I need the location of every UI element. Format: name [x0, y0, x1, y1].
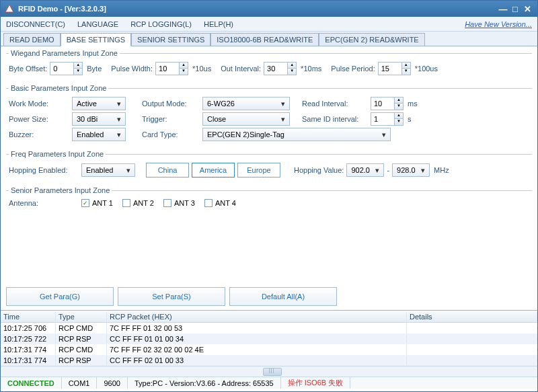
workmode-combo[interactable]: Active▾ [72, 97, 126, 110]
outinterval-spinner[interactable]: ▲▼ [264, 62, 297, 75]
ant4-checkbox[interactable]: ANT 4 [204, 199, 236, 207]
log-table: Time Type RCP Packet (HEX) Details 10:17… [1, 310, 537, 377]
readinterval-input[interactable] [371, 97, 395, 110]
table-row[interactable]: 10:17:25 722 RCP RSP CC FF FF 01 01 00 3… [1, 334, 537, 344]
readinterval-label: Read Interval: [302, 100, 368, 108]
hopvalue-label: Hopping Value: [294, 166, 344, 174]
tab-read-demo[interactable]: READ DEMO [3, 33, 61, 46]
menu-disconnect[interactable]: DISCONNECT(C) [6, 20, 65, 28]
col-time[interactable]: Time [1, 312, 56, 321]
trigger-label: Trigger: [142, 115, 200, 123]
pulsewidth-spinner[interactable]: ▲▼ [155, 62, 188, 75]
pulseperiod-label: Pulse Period: [331, 65, 375, 73]
chevron-down-icon: ▾ [114, 100, 124, 108]
status-baud: 9600 [97, 377, 127, 389]
tab-senior-settings[interactable]: SENIOR SETTINGS [131, 33, 210, 46]
byteoffset-input[interactable] [50, 62, 74, 75]
scroll-thumb[interactable] [263, 368, 282, 376]
freq-unit: MHz [434, 166, 449, 174]
log-header: Time Type RCP Packet (HEX) Details [1, 311, 537, 323]
col-type[interactable]: Type [56, 312, 107, 321]
region-america-button[interactable]: America [192, 163, 235, 178]
maximize-button[interactable]: □ [509, 4, 521, 14]
cardtype-combo[interactable]: EPC(GEN 2)Single-Tag▾ [202, 128, 391, 141]
tab-iso18000[interactable]: ISO18000-6B READ&WRITE [210, 33, 319, 46]
hopping-label: Hopping Enabled: [9, 166, 79, 174]
freq-zone: Freq Parameters Input Zone Hopping Enabl… [6, 150, 532, 184]
check-icon: ✓ [81, 199, 89, 207]
tab-base-settings[interactable]: BASE SETTINGS [61, 33, 131, 46]
content-pane: Wiegand Parameters Input Zone Byte Offse… [1, 49, 537, 310]
menu-language[interactable]: LANGUAGE [77, 20, 118, 28]
status-firmware: Type:PC - Version:V3.66 - Address: 65535 [128, 377, 281, 389]
hopping-combo[interactable]: Enabled▾ [81, 163, 135, 177]
get-para-button[interactable]: Get Para(G) [6, 287, 114, 306]
region-china-button[interactable]: China [146, 163, 189, 178]
buzzer-label: Buzzer: [9, 130, 69, 139]
antenna-label: Antenna: [9, 199, 79, 207]
window-title: RFID Demo - [Ver:3.2.0.3] [18, 5, 497, 13]
spin-down-icon[interactable]: ▼ [74, 69, 82, 75]
spin-up-icon[interactable]: ▲ [74, 63, 82, 69]
sameid-spinner[interactable]: ▲▼ [371, 112, 404, 126]
sameid-label: Same ID interval: [302, 115, 368, 123]
byteoffset-spinner[interactable]: ▲▼ [50, 62, 83, 75]
freq-legend: Freq Parameters Input Zone [9, 150, 106, 158]
table-row[interactable]: 10:17:31 774 RCP RSP CC FF FF 02 01 00 3… [1, 355, 537, 366]
senior-zone: Senior Parameters Input Zone Antenna: ✓A… [6, 186, 532, 213]
readinterval-spinner[interactable]: ▲▼ [371, 97, 404, 110]
table-row[interactable]: 10:17:31 774 RCP CMD 7C FF FF 02 32 02 0… [1, 344, 537, 355]
ant2-checkbox[interactable]: ANT 2 [122, 199, 154, 207]
pulsewidth-input[interactable] [155, 62, 180, 75]
region-europe-button[interactable]: Europe [237, 163, 280, 178]
basic-legend: Basic Parameters Input Zone [9, 84, 108, 92]
wiegand-zone: Wiegand Parameters Input Zone Byte Offse… [6, 49, 532, 81]
sameid-input[interactable] [371, 112, 395, 126]
outputmode-label: Output Mode: [142, 100, 200, 108]
col-details[interactable]: Details [407, 312, 537, 321]
ant3-checkbox[interactable]: ANT 3 [163, 199, 195, 207]
trigger-combo[interactable]: Close▾ [202, 112, 290, 126]
set-para-button[interactable]: Set Para(S) [118, 287, 225, 306]
status-error: 操作 ISO6B 失败 [281, 377, 351, 389]
pulseperiod-spinner[interactable]: ▲▼ [378, 62, 411, 75]
app-icon [5, 4, 14, 13]
buzzer-combo[interactable]: Enabled▾ [72, 128, 126, 141]
wiegand-legend: Wiegand Parameters Input Zone [9, 49, 120, 57]
hopfrom-combo[interactable]: 902.0▾ [346, 163, 384, 177]
byteoffset-label: Byte Offset: [9, 65, 47, 73]
byte-label: Byte [87, 65, 102, 73]
ant1-checkbox[interactable]: ✓ANT 1 [81, 199, 113, 207]
titlebar: RFID Demo - [Ver:3.2.0.3] — □ ✕ [1, 1, 537, 17]
status-com: COM1 [62, 377, 98, 389]
powersize-combo[interactable]: 30 dBi▾ [72, 112, 126, 126]
col-hex[interactable]: RCP Packet (HEX) [107, 312, 407, 321]
workmode-label: Work Mode: [9, 100, 69, 108]
outinterval-input[interactable] [264, 62, 288, 75]
basic-zone: Basic Parameters Input Zone Work Mode: A… [6, 84, 532, 147]
status-bar: CONNECTED COM1 9600 Type:PC - Version:V3… [1, 377, 537, 389]
menu-rcplogging[interactable]: RCP LOGGING(L) [130, 20, 192, 28]
hscrollbar[interactable] [1, 366, 537, 377]
new-version-link[interactable]: Have New Version... [465, 20, 532, 28]
hopto-combo[interactable]: 928.0▾ [392, 163, 430, 177]
senior-legend: Senior Parameters Input Zone [9, 186, 112, 194]
readinterval-unit: ms [408, 100, 418, 108]
status-connected: CONNECTED [1, 377, 62, 389]
sameid-unit: s [408, 115, 412, 123]
default-all-button[interactable]: Default All(A) [229, 287, 337, 306]
pulseperiod-unit: *100us [415, 65, 438, 73]
pulseperiod-input[interactable] [378, 62, 402, 75]
menu-help[interactable]: HELP(H) [204, 20, 233, 28]
svg-marker-0 [5, 5, 13, 12]
table-row[interactable]: 10:17:25 706 RCP CMD 7C FF FF 01 32 00 5… [1, 323, 537, 334]
outinterval-unit: *10ms [301, 65, 321, 73]
tab-epc-gen2[interactable]: EPC(GEN 2) READ&WRITE [319, 33, 424, 46]
cardtype-label: Card Type: [142, 130, 200, 139]
tab-bar: READ DEMO BASE SETTINGS SENIOR SETTINGS … [1, 32, 537, 46]
close-button[interactable]: ✕ [521, 4, 533, 14]
outputmode-combo[interactable]: 6-WG26▾ [202, 97, 290, 110]
powersize-label: Power Size: [9, 115, 69, 123]
menubar: DISCONNECT(C) LANGUAGE RCP LOGGING(L) HE… [1, 17, 537, 32]
minimize-button[interactable]: — [497, 4, 509, 14]
